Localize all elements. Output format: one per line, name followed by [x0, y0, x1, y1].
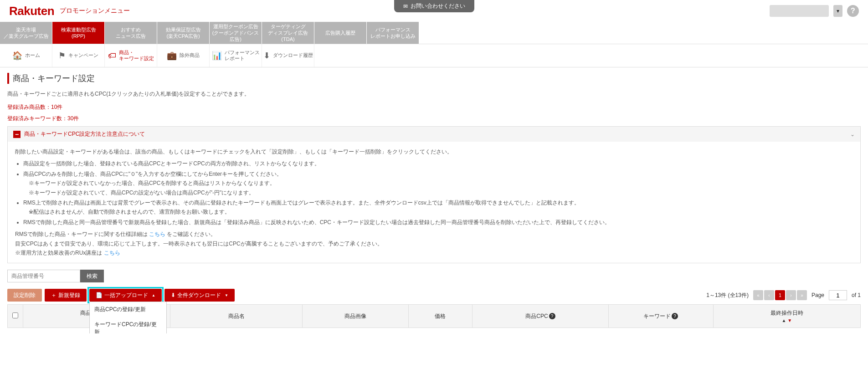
home-icon: 🏠 — [12, 51, 22, 61]
th-image: 商品画像 — [303, 305, 408, 328]
info-bullet: 商品CPCのみを削除した場合、商品CPCに"０"を入力するか空欄にしてからEnt… — [23, 171, 282, 177]
info-note: ※キーワードが設定されていて、商品CPCの設定がない場合は商品CPCが"-円"に… — [23, 189, 254, 196]
upload-product-cpc[interactable]: 商品CPCの登録/更新 — [90, 302, 166, 317]
upload-highlight: 📄一括アップロード▲ 商品CPCの登録/更新 キーワードCPCの登録/更新 — [89, 289, 162, 302]
info-text: RMSで削除した商品・キーワードに関する仕様詳細は こちら をご確認ください。 — [15, 230, 853, 239]
download-icon: ⬇ — [263, 51, 270, 61]
pager-last[interactable]: » — [797, 290, 807, 300]
chevron-down-icon: ⌄ — [850, 131, 855, 138]
th-keyword: キーワード? — [608, 305, 713, 328]
pager-summary: 1～13件 (全13件) — [706, 292, 749, 299]
subnav-download-history[interactable]: ⬇ダウンロード履歴 — [262, 44, 314, 67]
select-all-checkbox[interactable] — [12, 312, 18, 318]
search-input[interactable] — [7, 270, 80, 282]
th-checkbox — [8, 305, 23, 328]
accordion-title: 商品・キーワードCPC設定方法と注意点について — [24, 130, 850, 138]
user-menu-caret[interactable]: ▾ — [833, 5, 842, 17]
help-icon[interactable]: ? — [847, 5, 859, 17]
info-note: ※配信はされませんが、自動で削除されませんので、適宜削除をお願い致します。 — [23, 209, 230, 215]
briefcase-icon: 💼 — [167, 51, 177, 61]
pager-of-label: of 1 — [852, 292, 861, 298]
info-bullet: RMSで削除した商品と同一商品管理番号で新規商品を登録した場合、新規商品は「登録… — [23, 218, 853, 227]
info-text: 目安CPCはあくまで目安であり、環境に応じて上下します。一時表示されても翌日には… — [15, 239, 853, 248]
caret-down-icon: ▼ — [225, 293, 228, 297]
nav-rakuten-market[interactable]: 楽天市場／楽天グループ広告 — [0, 22, 52, 44]
minus-icon: − — [13, 131, 21, 138]
pager-page-input[interactable] — [829, 290, 847, 300]
sort-up-icon: ▲ — [781, 318, 786, 323]
nav-news-ad[interactable]: おすすめニュース広告 — [105, 22, 157, 44]
stat-keywords: 登録済みキーワード数：30件 — [7, 115, 861, 123]
sub-nav: 🏠ホーム ⚑キャンペーン 🏷商品・ キーワード設定 💼除外商品 📊パフォーマンス… — [0, 44, 868, 67]
accordion-body: 削除したい商品設定・キーワードがある場合は、該当の商品、もしくはキーワードにチェ… — [8, 142, 860, 263]
page-description: 商品・キーワードごとに適用されるCPC(1クリックあたりの入札単価)を設定するこ… — [7, 90, 861, 98]
download-icon: ⬇ — [171, 292, 175, 298]
info-bullet: 商品設定を一括削除した場合、登録されている商品CPCとキーワードCPCの両方が削… — [23, 159, 853, 168]
info-accordion: − 商品・キーワードCPC設定方法と注意点について ⌄ 削除したい商品設定・キー… — [7, 126, 861, 263]
brand-logo: Rakuten — [9, 4, 54, 18]
th-cpc: 商品CPC? — [473, 305, 608, 328]
search-button[interactable]: 検索 — [80, 270, 104, 282]
contact-button[interactable]: ✉ お問い合わせください — [394, 0, 474, 12]
download-all-button[interactable]: ⬇全件ダウンロード▼ — [164, 289, 235, 302]
pager-first[interactable]: « — [753, 290, 763, 300]
main-nav: 楽天市場／楽天グループ広告 検索連動型広告(RPP) おすすめニュース広告 効果… — [0, 22, 868, 44]
caret-up-icon: ▲ — [152, 293, 155, 297]
page-title: 商品・キーワード設定 — [13, 73, 95, 84]
chevron-down-icon: ▾ — [837, 8, 839, 14]
upload-keyword-cpc[interactable]: キーワードCPCの登録/更新 — [90, 317, 166, 333]
info-text: ※運用方法と効果改善のRUx講座は こちら — [15, 248, 853, 257]
subnav-product-keyword[interactable]: 🏷商品・ キーワード設定 — [105, 44, 157, 67]
info-text: 削除したい商品設定・キーワードがある場合は、該当の商品、もしくはキーワードにチェ… — [15, 147, 853, 156]
user-menu[interactable] — [770, 5, 829, 17]
file-icon: 📄 — [96, 292, 103, 298]
info-note: ※キーワードが設定されていなかった場合、商品CPCを削除すると商品はリストからな… — [23, 180, 275, 186]
sort-down-icon: ▼ — [787, 318, 792, 323]
help-icon[interactable]: ? — [549, 313, 555, 319]
nav-rpp[interactable]: 検索連動型広告(RPP) — [52, 22, 105, 44]
th-name: 商品名 — [170, 305, 303, 328]
info-bullet: RMS上で削除された商品は画面上では背景でグレーで表示され、その商品に登録された… — [23, 200, 580, 206]
new-register-button[interactable]: ＋新規登録 — [45, 289, 87, 302]
accordion-header[interactable]: − 商品・キーワードCPC設定方法と注意点について ⌄ — [8, 127, 860, 142]
subnav-home[interactable]: 🏠ホーム — [0, 44, 52, 67]
pager-page-label: Page — [812, 292, 824, 298]
pager-prev[interactable]: ‹ — [764, 290, 774, 300]
chart-icon: 📊 — [212, 51, 222, 61]
tag-icon: 🏷 — [108, 51, 116, 61]
nav-cpa[interactable]: 効果保証型広告(楽天CPA広告) — [157, 22, 210, 44]
nav-coupon-ad[interactable]: 運用型クーポン広告(クーポンアドバンス広告) — [210, 22, 262, 44]
subnav-exclude[interactable]: 💼除外商品 — [157, 44, 210, 67]
subnav-campaign[interactable]: ⚑キャンペーン — [52, 44, 105, 67]
th-price: 価格 — [408, 305, 473, 328]
contact-label: お問い合わせください — [411, 2, 465, 10]
pager-page-1[interactable]: 1 — [775, 290, 785, 300]
mail-icon: ✉ — [403, 3, 408, 10]
nav-tda[interactable]: ターゲティングディスプレイ広告(TDA) — [262, 22, 314, 44]
help-icon[interactable]: ? — [672, 313, 678, 319]
bulk-upload-button[interactable]: 📄一括アップロード▲ — [89, 289, 162, 302]
pager-next[interactable]: › — [786, 290, 796, 300]
stat-products: 登録済み商品数：10件 — [7, 103, 861, 111]
flag-icon: ⚑ — [58, 51, 66, 61]
th-last-op[interactable]: 最終操作日時▲ ▼ — [713, 305, 861, 328]
nav-purchase-history[interactable]: 広告購入履歴 — [314, 22, 367, 44]
delete-button[interactable]: 設定削除 — [7, 289, 42, 302]
brand-subtitle: プロモーションメニュー — [60, 7, 130, 15]
upload-dropdown: 商品CPCの登録/更新 キーワードCPCの登録/更新 — [89, 302, 167, 333]
subnav-report[interactable]: 📊パフォーマンス レポート — [210, 44, 262, 67]
plus-icon: ＋ — [51, 292, 56, 299]
spec-link[interactable]: こちら — [149, 231, 165, 237]
nav-report-apply[interactable]: パフォーマンスレポートお申し込み — [367, 22, 419, 44]
rux-link[interactable]: こちら — [104, 250, 120, 256]
